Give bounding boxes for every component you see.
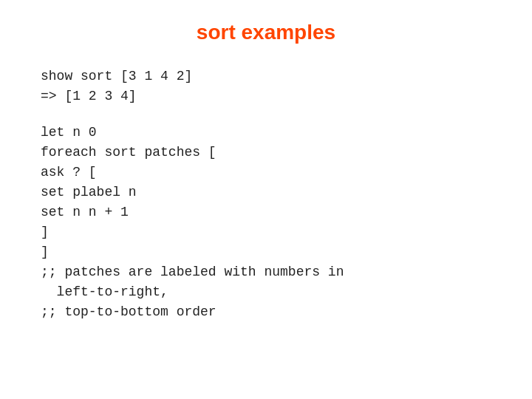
code-block-1: show sort [3 1 4 2] => [1 2 3 4]	[41, 66, 192, 106]
page-title: sort examples	[197, 21, 335, 44]
code-block-2: let n 0 foreach sort patches [ ask ? [ s…	[41, 123, 344, 322]
